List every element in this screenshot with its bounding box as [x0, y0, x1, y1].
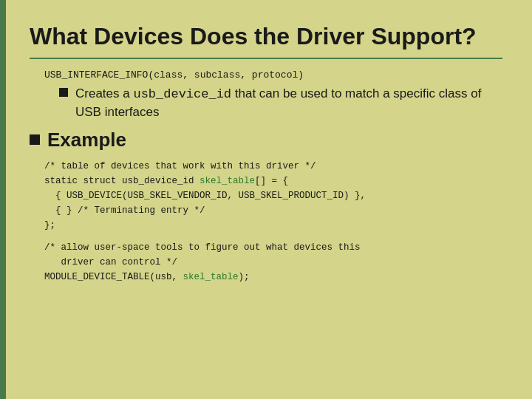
code-line-comment3: driver can control */: [44, 255, 502, 270]
title-divider: [30, 58, 502, 59]
code-line-terminating: { } /* Terminating entry */: [44, 203, 502, 218]
example-section: Example: [30, 129, 502, 151]
code-line-closing: };: [44, 218, 502, 233]
code-line-module-device-table: MODULE_DEVICE_TABLE(usb, skel_table);: [44, 270, 502, 284]
slide: What Devices Does the Driver Support? US…: [0, 0, 532, 399]
bullet-text: Creates a usb_device_id that can be used…: [75, 85, 502, 121]
code-skel-table-2: skel_table: [183, 272, 239, 282]
example-label: Example: [47, 129, 126, 151]
code-line-usb-device: { USB_DEVICE(USB_SKEL_VENDOR_ID, USB_SKE…: [44, 188, 502, 203]
code-line-static: static struct usb_device_id skel_table[]…: [44, 174, 502, 188]
code-line-comment1: /* table of devices that work with this …: [44, 159, 502, 174]
macro-line: USB_INTERFACE_INFO(class, subclass, prot…: [44, 69, 502, 81]
inline-code-usb-device-id: usb_device_id: [133, 87, 231, 101]
example-heading: Example: [30, 129, 502, 151]
bullet-item-usb-device-id: Creates a usb_device_id that can be used…: [59, 85, 502, 121]
bullet-text-before: Creates a: [75, 86, 133, 100]
code-section-1: /* table of devices that work with this …: [44, 159, 502, 233]
code-line-comment2: /* allow user-space tools to figure out …: [44, 240, 502, 255]
code-skel-table-1: skel_table: [200, 176, 255, 186]
left-accent-bar: [0, 0, 6, 399]
slide-title: What Devices Does the Driver Support?: [30, 22, 502, 50]
code-section-2: /* allow user-space tools to figure out …: [44, 240, 502, 284]
bullet-square-icon: [59, 88, 68, 97]
example-bullet-icon: [30, 134, 40, 145]
